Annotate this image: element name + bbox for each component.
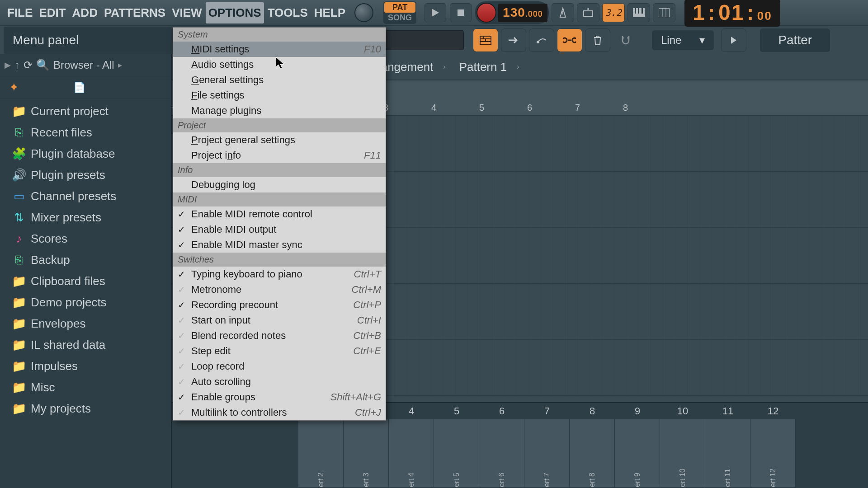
document-icon[interactable]: 📄 [73, 82, 85, 94]
step-icon[interactable] [653, 3, 675, 22]
browser-refresh-icon[interactable]: ⟳ [24, 59, 33, 71]
mixer-channel[interactable]: ert 7 [524, 419, 570, 487]
check-icon: ✓ [178, 209, 185, 220]
time-display[interactable]: 1:01:00 [684, 0, 780, 27]
menu-item-loop-record[interactable]: ✓Loop record [173, 359, 386, 374]
playlist-pattern-label[interactable]: Pattern 1 [459, 60, 507, 74]
link-button[interactable] [557, 28, 582, 52]
browser-up-icon[interactable]: ↑ [14, 59, 20, 71]
forward-button[interactable] [501, 28, 526, 52]
stop-button[interactable] [450, 3, 472, 22]
menu-item-label: Project general settings [191, 134, 295, 146]
menu-options[interactable]: OPTIONS [206, 2, 264, 23]
mixer-channel[interactable]: ert 3 [344, 419, 389, 487]
menu-item-project-info[interactable]: Project infoF11 [173, 148, 386, 163]
mixer-channel[interactable]: ert 4 [389, 419, 434, 487]
browser-list: 📁Current project⎘Recent files🧩Plugin dat… [0, 99, 171, 419]
snap-selector[interactable]: Line▾ [652, 30, 714, 50]
browser-item-il-shared-data[interactable]: 📁IL shared data [0, 334, 171, 356]
mixer-channel[interactable]: ert 2 [298, 419, 344, 487]
menu-add[interactable]: ADD [70, 2, 100, 23]
chevron-right-icon[interactable]: ▸ [118, 60, 122, 70]
menu-item-auto-scrolling[interactable]: ✓Auto scrolling [173, 374, 386, 389]
menu-item-recording-precount[interactable]: ✓Recording precountCtrl+P [173, 297, 386, 313]
menu-help[interactable]: HELP [311, 2, 348, 23]
mixer-channel[interactable]: ert 5 [434, 419, 479, 487]
browser-item-impulses[interactable]: 📁Impulses [0, 356, 171, 377]
play-button[interactable] [425, 3, 446, 22]
menu-item-enable-midi-remote-control[interactable]: ✓Enable MIDI remote control [173, 206, 386, 222]
svg-rect-13 [484, 37, 491, 38]
mixer-channel[interactable]: ert 9 [615, 419, 660, 487]
automation-button[interactable] [529, 28, 554, 52]
menu-view[interactable]: VIEW [169, 2, 204, 23]
menu-patterns[interactable]: PATTERNS [101, 2, 168, 23]
pattern-selector[interactable]: Patter [760, 28, 830, 52]
folder-icon: 🔊 [14, 170, 24, 181]
mixer-channel[interactable]: ert 6 [479, 419, 524, 487]
mixer-channel[interactable]: ert 10 [660, 419, 705, 487]
magnet-button[interactable] [613, 28, 638, 52]
browser-item-mixer-presets[interactable]: ⇅Mixer presets [0, 207, 171, 228]
menu-item-midi-settings[interactable]: MIDI settingsF10 [173, 42, 386, 57]
mixer-channel[interactable]: ert 11 [705, 419, 750, 487]
folder-icon: ⎘ [14, 127, 24, 138]
browser-item-channel-presets[interactable]: ▭Channel presets [0, 186, 171, 207]
menu-item-start-on-input[interactable]: ✓Start on inputCtrl+I [173, 313, 386, 328]
folder-icon: 📁 [14, 106, 24, 117]
browser-item-plugin-presets[interactable]: 🔊Plugin presets [0, 164, 171, 186]
dropdown-section-header: Info [173, 163, 386, 177]
pat-song-toggle[interactable]: PAT SONG [383, 1, 416, 24]
pat-mode-button[interactable]: PAT [384, 2, 415, 13]
dropdown-section-header: Switches [173, 253, 386, 267]
next-button[interactable] [721, 28, 746, 52]
trash-button[interactable] [585, 28, 610, 52]
browser-item-misc[interactable]: 📁Misc [0, 377, 171, 398]
browser-item-plugin-database[interactable]: 🧩Plugin database [0, 143, 171, 164]
browser-item-envelopes[interactable]: 📁Envelopes [0, 313, 171, 334]
menu-item-enable-groups[interactable]: ✓Enable groupsShift+Alt+G [173, 389, 386, 405]
mixer-channel[interactable]: ert 12 [750, 419, 796, 487]
browser-item-clipboard-files[interactable]: 📁Clipboard files [0, 271, 171, 292]
browser-item-backup[interactable]: ⎘Backup [0, 249, 171, 271]
menu-item-audio-settings[interactable]: Audio settings [173, 57, 386, 72]
piano-icon[interactable] [627, 3, 650, 22]
star-icon[interactable]: ✦ [9, 80, 19, 94]
menu-item-manage-plugins[interactable]: Manage plugins [173, 103, 386, 118]
record-button[interactable] [476, 3, 496, 23]
menu-item-file-settings[interactable]: File settings [173, 88, 386, 103]
folder-icon: 📁 [14, 276, 24, 287]
browser-item-current-project[interactable]: 📁Current project [0, 101, 171, 122]
svg-rect-6 [638, 8, 639, 14]
browser-collapse-icon[interactable]: ▶ [5, 60, 11, 70]
menu-item-enable-midi-output[interactable]: ✓Enable MIDI output [173, 222, 386, 237]
menu-item-project-general-settings[interactable]: Project general settings [173, 132, 386, 148]
browser-item-demo-projects[interactable]: 📁Demo projects [0, 292, 171, 313]
menu-item-metronome[interactable]: ✓MetronomeCtrl+M [173, 282, 386, 297]
browser-item-label: Recent files [31, 126, 92, 140]
playlist-button[interactable] [473, 28, 498, 52]
browser-search-icon[interactable]: 🔍 [36, 59, 50, 71]
topbar: FILE EDIT ADD PATTERNS VIEW OPTIONS TOOL… [0, 0, 868, 25]
countdown-icon[interactable] [577, 3, 599, 22]
tempo-display[interactable]: 130.000 [498, 4, 547, 22]
menu-item-enable-midi-master-sync[interactable]: ✓Enable MIDI master sync [173, 237, 386, 253]
menu-item-debugging-log[interactable]: Debugging log [173, 177, 386, 192]
menu-tools[interactable]: TOOLS [265, 2, 311, 23]
menu-item-multilink-to-controllers[interactable]: ✓Multilink to controllersCtrl+J [173, 405, 386, 420]
menu-item-step-edit[interactable]: ✓Step editCtrl+E [173, 343, 386, 359]
mixer-channel[interactable]: ert 8 [570, 419, 615, 487]
main-volume-knob[interactable] [348, 1, 380, 24]
menu-item-blend-recorded-notes[interactable]: ✓Blend recorded notesCtrl+B [173, 328, 386, 343]
menu-item-typing-keyboard-to-piano[interactable]: ✓Typing keyboard to pianoCtrl+T [173, 267, 386, 282]
menu-item-general-settings[interactable]: General settings [173, 72, 386, 88]
beat-indicator[interactable]: 3.2 [602, 3, 625, 22]
menu-item-label: Start on input [191, 314, 250, 326]
menu-edit[interactable]: EDIT [36, 2, 68, 23]
browser-item-my-projects[interactable]: 📁My projects [0, 398, 171, 419]
song-mode-button[interactable]: SONG [384, 13, 415, 23]
menu-file[interactable]: FILE [5, 2, 35, 23]
metronome-icon[interactable] [552, 3, 574, 22]
browser-item-scores[interactable]: ♪Scores [0, 228, 171, 249]
browser-item-recent-files[interactable]: ⎘Recent files [0, 122, 171, 143]
